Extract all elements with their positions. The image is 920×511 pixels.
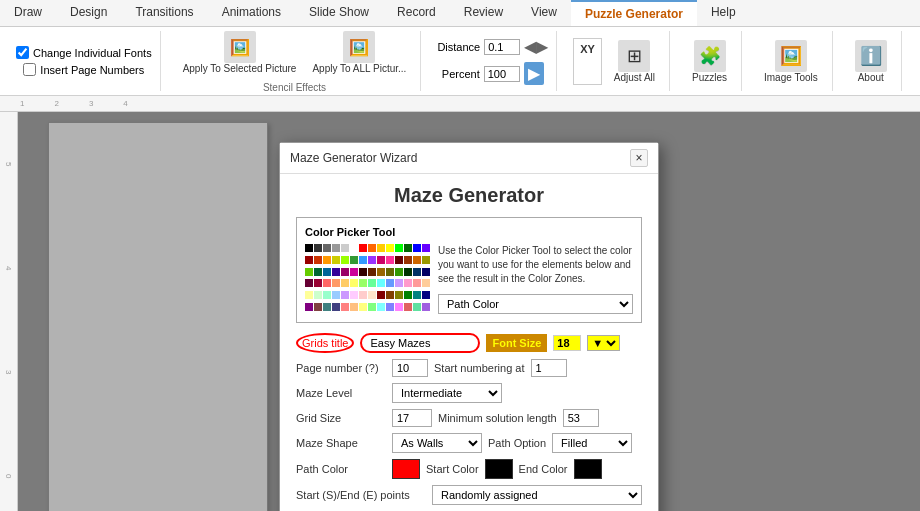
color-cell[interactable] bbox=[305, 268, 313, 276]
color-cell[interactable] bbox=[422, 279, 430, 287]
color-cell[interactable] bbox=[413, 256, 421, 264]
color-cell[interactable] bbox=[377, 303, 385, 311]
color-cell[interactable] bbox=[368, 244, 376, 252]
color-cell[interactable] bbox=[314, 291, 322, 299]
color-cell[interactable] bbox=[404, 256, 412, 264]
about-button[interactable]: ℹ️ About bbox=[849, 38, 893, 85]
color-cell[interactable] bbox=[341, 291, 349, 299]
percent-btn[interactable]: ▶ bbox=[524, 62, 544, 85]
maze-shape-select[interactable]: As Walls As Paths Round bbox=[392, 433, 482, 453]
distance-input[interactable] bbox=[484, 39, 520, 55]
color-cell[interactable] bbox=[323, 303, 331, 311]
maze-level-select[interactable]: Easy Intermediate Hard bbox=[392, 383, 502, 403]
color-cell[interactable] bbox=[323, 291, 331, 299]
color-cell[interactable] bbox=[413, 268, 421, 276]
color-cell[interactable] bbox=[413, 244, 421, 252]
color-cell[interactable] bbox=[332, 279, 340, 287]
min-solution-input[interactable] bbox=[563, 409, 599, 427]
grids-title-input[interactable] bbox=[360, 333, 480, 353]
color-cell[interactable] bbox=[368, 268, 376, 276]
color-cell[interactable] bbox=[377, 268, 385, 276]
color-cell[interactable] bbox=[395, 244, 403, 252]
color-cell[interactable] bbox=[332, 268, 340, 276]
color-cell[interactable] bbox=[386, 303, 394, 311]
apply-to-selected-btn[interactable]: 🖼️ Apply To Selected Picture bbox=[177, 29, 303, 76]
color-cell[interactable] bbox=[395, 268, 403, 276]
color-cell[interactable] bbox=[377, 244, 385, 252]
tab-transitions[interactable]: Transitions bbox=[121, 0, 207, 26]
color-cell[interactable] bbox=[350, 279, 358, 287]
tab-record[interactable]: Record bbox=[383, 0, 450, 26]
color-cell[interactable] bbox=[359, 256, 367, 264]
color-cell[interactable] bbox=[305, 244, 313, 252]
color-cell[interactable] bbox=[413, 291, 421, 299]
color-cell[interactable] bbox=[350, 256, 358, 264]
color-cell[interactable] bbox=[314, 279, 322, 287]
tab-review[interactable]: Review bbox=[450, 0, 517, 26]
color-cell[interactable] bbox=[386, 279, 394, 287]
end-color-swatch[interactable] bbox=[574, 459, 602, 479]
start-numbering-input[interactable] bbox=[531, 359, 567, 377]
start-color-swatch[interactable] bbox=[485, 459, 513, 479]
color-cell[interactable] bbox=[305, 279, 313, 287]
color-cell[interactable] bbox=[305, 256, 313, 264]
color-cell[interactable] bbox=[404, 291, 412, 299]
path-color-swatch[interactable] bbox=[392, 459, 420, 479]
color-cell[interactable] bbox=[413, 303, 421, 311]
color-cell[interactable] bbox=[359, 244, 367, 252]
color-cell[interactable] bbox=[359, 291, 367, 299]
tab-animations[interactable]: Animations bbox=[208, 0, 295, 26]
tab-help[interactable]: Help bbox=[697, 0, 750, 26]
tab-slideshow[interactable]: Slide Show bbox=[295, 0, 383, 26]
color-cell[interactable] bbox=[404, 244, 412, 252]
color-cell[interactable] bbox=[314, 256, 322, 264]
color-cell[interactable] bbox=[350, 268, 358, 276]
color-cell[interactable] bbox=[422, 291, 430, 299]
color-cell[interactable] bbox=[386, 256, 394, 264]
font-size-dropdown[interactable]: ▼ bbox=[587, 335, 620, 351]
color-cell[interactable] bbox=[341, 303, 349, 311]
color-cell[interactable] bbox=[413, 279, 421, 287]
color-cell[interactable] bbox=[395, 303, 403, 311]
color-cell[interactable] bbox=[368, 291, 376, 299]
color-cell[interactable] bbox=[332, 244, 340, 252]
color-cell[interactable] bbox=[386, 291, 394, 299]
color-cell[interactable] bbox=[314, 244, 322, 252]
color-cell[interactable] bbox=[422, 268, 430, 276]
color-cell[interactable] bbox=[314, 268, 322, 276]
color-cell[interactable] bbox=[323, 256, 331, 264]
color-cell[interactable] bbox=[305, 303, 313, 311]
tab-puzzle-generator[interactable]: Puzzle Generator bbox=[571, 0, 697, 26]
color-cell[interactable] bbox=[377, 256, 385, 264]
tab-draw[interactable]: Draw bbox=[0, 0, 56, 26]
color-cell[interactable] bbox=[332, 291, 340, 299]
color-cell[interactable] bbox=[350, 291, 358, 299]
color-cell[interactable] bbox=[359, 303, 367, 311]
color-cell[interactable] bbox=[377, 291, 385, 299]
percent-input[interactable] bbox=[484, 66, 520, 82]
apply-to-all-btn[interactable]: 🖼️ Apply To ALL Pictur... bbox=[306, 29, 412, 76]
color-cell[interactable] bbox=[386, 268, 394, 276]
adjust-all-button[interactable]: ⊞ Adjust All bbox=[608, 38, 661, 85]
puzzles-button[interactable]: 🧩 Puzzles bbox=[686, 38, 733, 85]
tab-view[interactable]: View bbox=[517, 0, 571, 26]
change-fonts-checkbox[interactable]: Change Individual Fonts bbox=[16, 46, 152, 59]
font-size-input[interactable] bbox=[553, 335, 581, 351]
color-cell[interactable] bbox=[422, 256, 430, 264]
path-color-select[interactable]: Path Color Wall Color Start Color End Co… bbox=[438, 294, 633, 314]
color-cell[interactable] bbox=[341, 268, 349, 276]
color-cell[interactable] bbox=[341, 279, 349, 287]
color-cell[interactable] bbox=[404, 279, 412, 287]
color-cell[interactable] bbox=[332, 256, 340, 264]
color-cell[interactable] bbox=[368, 303, 376, 311]
xy-button[interactable]: XY bbox=[573, 38, 602, 85]
page-number-input[interactable] bbox=[392, 359, 428, 377]
start-end-select[interactable]: Randomly assigned Top/Bottom Left/Right bbox=[432, 485, 642, 505]
modal-close-button[interactable]: × bbox=[630, 149, 648, 167]
color-cell[interactable] bbox=[395, 279, 403, 287]
color-cell[interactable] bbox=[377, 279, 385, 287]
color-cell[interactable] bbox=[323, 244, 331, 252]
color-cell[interactable] bbox=[323, 268, 331, 276]
path-option-select[interactable]: Filled Outlined bbox=[552, 433, 632, 453]
color-cell[interactable] bbox=[422, 303, 430, 311]
